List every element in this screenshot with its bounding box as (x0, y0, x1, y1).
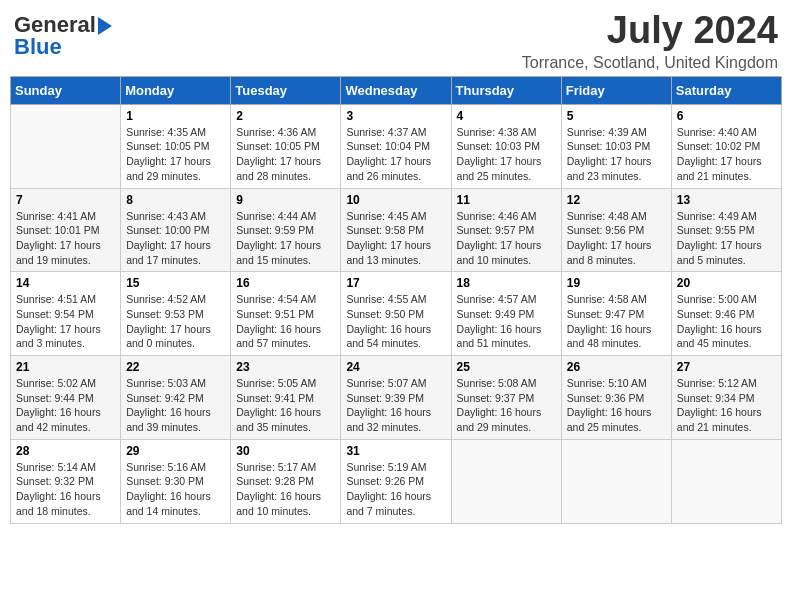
calendar-cell: 1Sunrise: 4:35 AM Sunset: 10:05 PM Dayli… (121, 104, 231, 188)
day-info: Sunrise: 5:00 AM Sunset: 9:46 PM Dayligh… (677, 292, 776, 351)
day-info: Sunrise: 4:51 AM Sunset: 9:54 PM Dayligh… (16, 292, 115, 351)
calendar-cell: 28Sunrise: 5:14 AM Sunset: 9:32 PM Dayli… (11, 439, 121, 523)
calendar-cell (561, 439, 671, 523)
day-number: 8 (126, 193, 225, 207)
day-number: 2 (236, 109, 335, 123)
day-number: 22 (126, 360, 225, 374)
day-number: 11 (457, 193, 556, 207)
calendar-cell: 31Sunrise: 5:19 AM Sunset: 9:26 PM Dayli… (341, 439, 451, 523)
calendar-week-row: 7Sunrise: 4:41 AM Sunset: 10:01 PM Dayli… (11, 188, 782, 272)
calendar-cell: 12Sunrise: 4:48 AM Sunset: 9:56 PM Dayli… (561, 188, 671, 272)
day-number: 16 (236, 276, 335, 290)
calendar-cell: 16Sunrise: 4:54 AM Sunset: 9:51 PM Dayli… (231, 272, 341, 356)
day-number: 27 (677, 360, 776, 374)
calendar-header-friday: Friday (561, 76, 671, 104)
calendar-cell: 8Sunrise: 4:43 AM Sunset: 10:00 PM Dayli… (121, 188, 231, 272)
day-number: 10 (346, 193, 445, 207)
calendar-cell: 13Sunrise: 4:49 AM Sunset: 9:55 PM Dayli… (671, 188, 781, 272)
day-info: Sunrise: 5:02 AM Sunset: 9:44 PM Dayligh… (16, 376, 115, 435)
calendar-table: SundayMondayTuesdayWednesdayThursdayFrid… (10, 76, 782, 524)
calendar-week-row: 28Sunrise: 5:14 AM Sunset: 9:32 PM Dayli… (11, 439, 782, 523)
calendar-cell: 6Sunrise: 4:40 AM Sunset: 10:02 PM Dayli… (671, 104, 781, 188)
day-number: 29 (126, 444, 225, 458)
day-number: 21 (16, 360, 115, 374)
calendar-cell: 19Sunrise: 4:58 AM Sunset: 9:47 PM Dayli… (561, 272, 671, 356)
calendar-cell: 9Sunrise: 4:44 AM Sunset: 9:59 PM Daylig… (231, 188, 341, 272)
day-info: Sunrise: 5:14 AM Sunset: 9:32 PM Dayligh… (16, 460, 115, 519)
calendar-cell: 30Sunrise: 5:17 AM Sunset: 9:28 PM Dayli… (231, 439, 341, 523)
logo: General Blue (14, 14, 112, 58)
month-title: July 2024 (522, 10, 778, 52)
day-info: Sunrise: 4:38 AM Sunset: 10:03 PM Daylig… (457, 125, 556, 184)
calendar-header-thursday: Thursday (451, 76, 561, 104)
day-info: Sunrise: 5:05 AM Sunset: 9:41 PM Dayligh… (236, 376, 335, 435)
calendar-cell: 4Sunrise: 4:38 AM Sunset: 10:03 PM Dayli… (451, 104, 561, 188)
day-info: Sunrise: 4:49 AM Sunset: 9:55 PM Dayligh… (677, 209, 776, 268)
day-info: Sunrise: 5:08 AM Sunset: 9:37 PM Dayligh… (457, 376, 556, 435)
day-number: 18 (457, 276, 556, 290)
location-title: Torrance, Scotland, United Kingdom (522, 54, 778, 72)
calendar-cell: 15Sunrise: 4:52 AM Sunset: 9:53 PM Dayli… (121, 272, 231, 356)
day-number: 25 (457, 360, 556, 374)
day-number: 31 (346, 444, 445, 458)
day-number: 12 (567, 193, 666, 207)
day-number: 20 (677, 276, 776, 290)
calendar-cell (671, 439, 781, 523)
calendar-cell: 26Sunrise: 5:10 AM Sunset: 9:36 PM Dayli… (561, 356, 671, 440)
day-number: 5 (567, 109, 666, 123)
calendar-cell: 5Sunrise: 4:39 AM Sunset: 10:03 PM Dayli… (561, 104, 671, 188)
calendar-week-row: 1Sunrise: 4:35 AM Sunset: 10:05 PM Dayli… (11, 104, 782, 188)
calendar-header-tuesday: Tuesday (231, 76, 341, 104)
calendar-week-row: 21Sunrise: 5:02 AM Sunset: 9:44 PM Dayli… (11, 356, 782, 440)
calendar-header-sunday: Sunday (11, 76, 121, 104)
day-number: 4 (457, 109, 556, 123)
calendar-cell: 3Sunrise: 4:37 AM Sunset: 10:04 PM Dayli… (341, 104, 451, 188)
day-number: 26 (567, 360, 666, 374)
calendar-cell: 18Sunrise: 4:57 AM Sunset: 9:49 PM Dayli… (451, 272, 561, 356)
calendar-header-monday: Monday (121, 76, 231, 104)
day-number: 17 (346, 276, 445, 290)
day-number: 14 (16, 276, 115, 290)
day-number: 15 (126, 276, 225, 290)
day-number: 9 (236, 193, 335, 207)
day-number: 24 (346, 360, 445, 374)
day-info: Sunrise: 5:10 AM Sunset: 9:36 PM Dayligh… (567, 376, 666, 435)
day-info: Sunrise: 4:35 AM Sunset: 10:05 PM Daylig… (126, 125, 225, 184)
logo-general: General (14, 14, 96, 36)
day-info: Sunrise: 5:12 AM Sunset: 9:34 PM Dayligh… (677, 376, 776, 435)
day-info: Sunrise: 5:07 AM Sunset: 9:39 PM Dayligh… (346, 376, 445, 435)
day-info: Sunrise: 4:41 AM Sunset: 10:01 PM Daylig… (16, 209, 115, 268)
day-info: Sunrise: 4:43 AM Sunset: 10:00 PM Daylig… (126, 209, 225, 268)
calendar-cell: 14Sunrise: 4:51 AM Sunset: 9:54 PM Dayli… (11, 272, 121, 356)
day-info: Sunrise: 4:58 AM Sunset: 9:47 PM Dayligh… (567, 292, 666, 351)
calendar-header-wednesday: Wednesday (341, 76, 451, 104)
day-info: Sunrise: 4:40 AM Sunset: 10:02 PM Daylig… (677, 125, 776, 184)
day-info: Sunrise: 4:54 AM Sunset: 9:51 PM Dayligh… (236, 292, 335, 351)
day-number: 28 (16, 444, 115, 458)
day-info: Sunrise: 5:19 AM Sunset: 9:26 PM Dayligh… (346, 460, 445, 519)
day-info: Sunrise: 4:37 AM Sunset: 10:04 PM Daylig… (346, 125, 445, 184)
day-info: Sunrise: 4:36 AM Sunset: 10:05 PM Daylig… (236, 125, 335, 184)
day-number: 13 (677, 193, 776, 207)
calendar-cell: 21Sunrise: 5:02 AM Sunset: 9:44 PM Dayli… (11, 356, 121, 440)
calendar-cell: 7Sunrise: 4:41 AM Sunset: 10:01 PM Dayli… (11, 188, 121, 272)
day-number: 6 (677, 109, 776, 123)
calendar-week-row: 14Sunrise: 4:51 AM Sunset: 9:54 PM Dayli… (11, 272, 782, 356)
page-header: General Blue July 2024 Torrance, Scotlan… (10, 10, 782, 72)
calendar-cell: 23Sunrise: 5:05 AM Sunset: 9:41 PM Dayli… (231, 356, 341, 440)
day-number: 23 (236, 360, 335, 374)
day-number: 3 (346, 109, 445, 123)
day-info: Sunrise: 4:46 AM Sunset: 9:57 PM Dayligh… (457, 209, 556, 268)
day-number: 30 (236, 444, 335, 458)
calendar-cell: 25Sunrise: 5:08 AM Sunset: 9:37 PM Dayli… (451, 356, 561, 440)
day-number: 19 (567, 276, 666, 290)
day-info: Sunrise: 5:16 AM Sunset: 9:30 PM Dayligh… (126, 460, 225, 519)
calendar-cell: 11Sunrise: 4:46 AM Sunset: 9:57 PM Dayli… (451, 188, 561, 272)
calendar-cell: 10Sunrise: 4:45 AM Sunset: 9:58 PM Dayli… (341, 188, 451, 272)
day-info: Sunrise: 5:03 AM Sunset: 9:42 PM Dayligh… (126, 376, 225, 435)
day-info: Sunrise: 4:48 AM Sunset: 9:56 PM Dayligh… (567, 209, 666, 268)
day-info: Sunrise: 4:45 AM Sunset: 9:58 PM Dayligh… (346, 209, 445, 268)
calendar-cell: 20Sunrise: 5:00 AM Sunset: 9:46 PM Dayli… (671, 272, 781, 356)
calendar-header-row: SundayMondayTuesdayWednesdayThursdayFrid… (11, 76, 782, 104)
day-info: Sunrise: 4:52 AM Sunset: 9:53 PM Dayligh… (126, 292, 225, 351)
